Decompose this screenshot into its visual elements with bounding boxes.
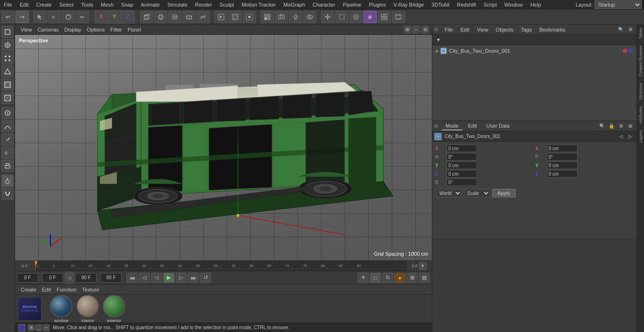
coord-z-rot[interactable] [547, 170, 578, 178]
obj-file-menu[interactable]: File [442, 26, 456, 33]
play-button[interactable]: ▶ [163, 273, 174, 283]
material-create-menu[interactable]: Create [18, 286, 39, 293]
coord-h-val[interactable] [446, 153, 477, 161]
menu-file[interactable]: File [0, 1, 16, 8]
material-function-menu[interactable]: Function [54, 286, 79, 293]
z-axis-button[interactable]: Z [121, 11, 134, 23]
frame-max-input[interactable] [75, 273, 97, 283]
menu-sculpt[interactable]: Sculpt [216, 1, 238, 8]
y-axis-button[interactable]: Y [108, 11, 121, 23]
obj-search-icon[interactable]: 🔍 [617, 25, 625, 34]
front-view-button[interactable] [261, 11, 274, 23]
viewport-menu-view[interactable]: View [18, 26, 35, 33]
grid-button[interactable] [378, 11, 391, 23]
coord-x-rot[interactable] [547, 145, 578, 152]
vertical-tab-content-browser[interactable]: Content Browser [637, 42, 644, 80]
sculpt-tool-button[interactable] [1, 120, 14, 132]
attr-search-btn[interactable]: 🔍 [598, 122, 606, 130]
menu-character[interactable]: Character [309, 1, 339, 8]
obj-objects-menu[interactable]: Objects [493, 26, 516, 33]
uvw-mode-button[interactable] [1, 92, 14, 104]
menu-render[interactable]: Render [191, 1, 216, 8]
undo-button[interactable]: ↩ [1, 11, 15, 23]
cube-button[interactable] [140, 11, 153, 23]
transform-dropdown[interactable]: Scale Move Rotate [464, 189, 490, 197]
material-edit-menu[interactable]: Edit [39, 286, 54, 293]
menu-redshift[interactable]: Redshift [453, 1, 479, 8]
attr-nav-btn-2[interactable]: ▷ [626, 132, 635, 141]
cursor-tool-button[interactable] [33, 11, 47, 23]
select3d-button[interactable] [335, 11, 348, 23]
texture-mode-button[interactable] [1, 39, 14, 51]
viewport-menu-options[interactable]: Options [84, 26, 107, 33]
obj-filter-btn[interactable]: ▼ [434, 36, 443, 44]
knife-tool-button[interactable] [1, 133, 14, 146]
select-tool-2[interactable]: □ [370, 273, 381, 283]
material-texture-menu[interactable]: Texture [79, 286, 102, 293]
boole-button[interactable] [303, 11, 316, 23]
viewport-menu-filter[interactable]: Filter [107, 26, 124, 33]
vertical-tab-attributes[interactable]: Attributes [637, 103, 644, 127]
status-minimize[interactable]: _ [35, 324, 42, 331]
scale-tool-button[interactable]: ⇔ [76, 11, 89, 23]
film-strip-button[interactable]: ▤ [419, 273, 430, 283]
render-region-button[interactable] [229, 11, 242, 23]
timeline-bar[interactable]: 0 5 10 15 20 25 30 35 [35, 261, 406, 271]
keyframe-button[interactable]: ● [394, 273, 405, 283]
obj-vis-render[interactable] [628, 49, 633, 53]
world-dropdown[interactable]: World Object [436, 189, 462, 197]
vertex-tool-button[interactable]: s [1, 146, 14, 159]
viewport-nav-button[interactable]: ↔ [413, 26, 420, 33]
viewport-menu-panel[interactable]: Panel [125, 26, 144, 33]
snap-tool-button[interactable] [1, 107, 14, 119]
light-button[interactable] [289, 11, 302, 23]
menu-script[interactable]: Script [480, 1, 501, 8]
coord-z-pos[interactable] [446, 170, 477, 178]
frame-min-input[interactable] [42, 273, 63, 283]
attr-tab-userdata[interactable]: User Data [483, 122, 514, 130]
goto-end-button[interactable]: ⏭ [188, 273, 199, 283]
coord-x-pos[interactable] [446, 145, 477, 152]
play-reverse-button[interactable]: ◁ [151, 273, 162, 283]
attr-expand-btn[interactable]: ⊞ [626, 122, 635, 130]
vertical-tab-takes[interactable]: Takes [637, 24, 644, 42]
menu-pipeline[interactable]: Pipeline [339, 1, 365, 8]
material-item-interior[interactable]: interior [76, 295, 99, 323]
attr-nav-btn[interactable]: ◁ [617, 132, 625, 141]
redo-button[interactable]: ↪ [16, 11, 29, 23]
spline-button[interactable] [197, 11, 210, 23]
goto-start-button[interactable]: ⏮ [126, 273, 138, 283]
menu-animate[interactable]: Animate [137, 1, 164, 8]
obj-vis-editor[interactable] [623, 49, 627, 53]
menu-mesh[interactable]: Mesh [97, 1, 117, 8]
render-view-button[interactable] [215, 11, 228, 23]
extrude-tool-button[interactable] [1, 160, 14, 172]
coord-p-val[interactable] [547, 153, 578, 161]
material-item-exterior[interactable]: exterior [103, 295, 125, 323]
rotate-tool-button[interactable] [62, 11, 75, 23]
material-item-window[interactable]: window [50, 295, 73, 323]
move3d-button[interactable] [321, 11, 334, 23]
apply-button[interactable]: Apply [492, 189, 516, 197]
obj-settings-icon[interactable]: ⚙ [626, 25, 635, 34]
menu-motion-tracker[interactable]: Motion Tracker [238, 1, 280, 8]
x-axis-button[interactable]: X [95, 11, 108, 23]
menu-3dtoall[interactable]: 3DToAll [428, 1, 453, 8]
plane-button[interactable] [182, 11, 196, 23]
menu-help[interactable]: Help [527, 1, 545, 8]
purple-button[interactable]: P [363, 11, 377, 23]
coord-y-rot[interactable] [547, 162, 578, 169]
menu-vray[interactable]: V-Ray Bridge [390, 1, 428, 8]
rotate-tool-2[interactable]: ↻ [382, 273, 393, 283]
menu-edit[interactable]: Edit [16, 1, 33, 8]
vertical-tab-layers[interactable]: Layers [637, 127, 644, 146]
viewport-menu-display[interactable]: Display [61, 26, 84, 33]
film-button[interactable] [392, 11, 405, 23]
vertical-tab-structure[interactable]: Structure [637, 80, 644, 103]
prev-frame-button[interactable]: ◁ [139, 273, 150, 283]
status-window-1[interactable]: ⊞ [28, 324, 34, 331]
menu-snap[interactable]: Snap [117, 1, 137, 8]
layout-dropdown[interactable]: Startup [594, 0, 642, 9]
magnet-tool-button[interactable] [1, 188, 14, 200]
camera-button[interactable] [275, 11, 288, 23]
